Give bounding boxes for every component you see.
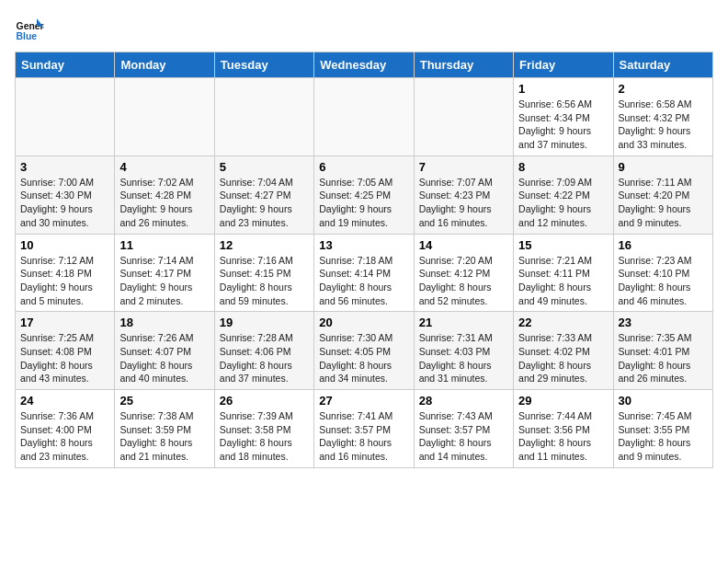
calendar-cell: 6Sunrise: 7:05 AM Sunset: 4:25 PM Daylig…	[314, 155, 414, 234]
day-info: Sunrise: 6:56 AM Sunset: 4:34 PM Dayligh…	[518, 98, 608, 152]
calendar-cell: 28Sunrise: 7:43 AM Sunset: 3:57 PM Dayli…	[414, 390, 513, 468]
calendar-cell: 21Sunrise: 7:31 AM Sunset: 4:03 PM Dayli…	[414, 312, 513, 390]
day-number: 30	[619, 394, 708, 408]
calendar-cell	[214, 78, 313, 156]
day-info: Sunrise: 7:28 AM Sunset: 4:06 PM Dayligh…	[220, 331, 309, 385]
day-number: 2	[619, 82, 708, 96]
logo: General Blue	[15, 15, 48, 44]
day-number: 15	[518, 238, 608, 252]
calendar-cell: 15Sunrise: 7:21 AM Sunset: 4:11 PM Dayli…	[514, 234, 613, 312]
day-number: 22	[518, 316, 608, 329]
day-number: 13	[319, 238, 408, 252]
day-info: Sunrise: 7:00 AM Sunset: 4:30 PM Dayligh…	[20, 176, 109, 230]
day-number: 4	[119, 160, 209, 174]
day-info: Sunrise: 7:16 AM Sunset: 4:15 PM Dayligh…	[220, 254, 309, 308]
column-header-tuesday: Tuesday	[214, 52, 313, 78]
calendar-cell: 5Sunrise: 7:04 AM Sunset: 4:27 PM Daylig…	[214, 155, 313, 234]
day-info: Sunrise: 7:21 AM Sunset: 4:11 PM Dayligh…	[518, 254, 608, 308]
calendar-cell: 29Sunrise: 7:44 AM Sunset: 3:56 PM Dayli…	[514, 390, 613, 468]
day-number: 28	[419, 394, 508, 408]
calendar-cell	[314, 78, 414, 156]
calendar-cell: 7Sunrise: 7:07 AM Sunset: 4:23 PM Daylig…	[414, 155, 513, 234]
day-info: Sunrise: 7:05 AM Sunset: 4:25 PM Dayligh…	[319, 176, 408, 230]
day-number: 25	[119, 394, 209, 408]
day-number: 7	[419, 160, 508, 174]
day-info: Sunrise: 7:07 AM Sunset: 4:23 PM Dayligh…	[419, 176, 508, 230]
logo-icon: General Blue	[15, 15, 44, 44]
day-info: Sunrise: 7:20 AM Sunset: 4:12 PM Dayligh…	[419, 254, 508, 308]
svg-text:Blue: Blue	[17, 31, 38, 41]
day-number: 9	[619, 160, 708, 174]
calendar-cell: 16Sunrise: 7:23 AM Sunset: 4:10 PM Dayli…	[613, 234, 712, 312]
column-header-sunday: Sunday	[16, 52, 115, 78]
day-number: 14	[419, 238, 508, 252]
calendar-cell: 18Sunrise: 7:26 AM Sunset: 4:07 PM Dayli…	[115, 312, 214, 390]
calendar-cell: 12Sunrise: 7:16 AM Sunset: 4:15 PM Dayli…	[214, 234, 313, 312]
day-info: Sunrise: 7:35 AM Sunset: 4:01 PM Dayligh…	[619, 331, 708, 385]
day-number: 29	[518, 394, 608, 408]
day-number: 20	[319, 316, 408, 329]
calendar-cell	[115, 78, 214, 156]
calendar-cell: 1Sunrise: 6:56 AM Sunset: 4:34 PM Daylig…	[514, 78, 613, 156]
calendar-cell	[414, 78, 513, 156]
day-number: 5	[220, 160, 309, 174]
column-header-monday: Monday	[115, 52, 214, 78]
calendar-cell: 17Sunrise: 7:25 AM Sunset: 4:08 PM Dayli…	[16, 312, 115, 390]
calendar-cell: 19Sunrise: 7:28 AM Sunset: 4:06 PM Dayli…	[214, 312, 313, 390]
calendar-table: SundayMondayTuesdayWednesdayThursdayFrid…	[15, 52, 713, 468]
day-info: Sunrise: 7:41 AM Sunset: 3:57 PM Dayligh…	[319, 409, 408, 464]
calendar-cell: 11Sunrise: 7:14 AM Sunset: 4:17 PM Dayli…	[115, 234, 214, 312]
calendar-cell	[16, 78, 115, 156]
page-header: General Blue	[15, 15, 713, 44]
calendar-cell: 25Sunrise: 7:38 AM Sunset: 3:59 PM Dayli…	[115, 390, 214, 468]
day-info: Sunrise: 7:02 AM Sunset: 4:28 PM Dayligh…	[119, 176, 209, 230]
day-number: 27	[319, 394, 408, 408]
column-header-thursday: Thursday	[414, 52, 513, 78]
calendar-cell: 14Sunrise: 7:20 AM Sunset: 4:12 PM Dayli…	[414, 234, 513, 312]
day-number: 17	[20, 316, 109, 329]
day-info: Sunrise: 6:58 AM Sunset: 4:32 PM Dayligh…	[619, 98, 708, 152]
day-number: 26	[220, 394, 309, 408]
calendar-week-2: 3Sunrise: 7:00 AM Sunset: 4:30 PM Daylig…	[16, 155, 713, 234]
day-info: Sunrise: 7:33 AM Sunset: 4:02 PM Dayligh…	[518, 331, 608, 385]
calendar-cell: 26Sunrise: 7:39 AM Sunset: 3:58 PM Dayli…	[214, 390, 313, 468]
calendar-cell: 27Sunrise: 7:41 AM Sunset: 3:57 PM Dayli…	[314, 390, 414, 468]
calendar-cell: 10Sunrise: 7:12 AM Sunset: 4:18 PM Dayli…	[16, 234, 115, 312]
day-number: 19	[220, 316, 309, 329]
calendar-cell: 9Sunrise: 7:11 AM Sunset: 4:20 PM Daylig…	[613, 155, 712, 234]
column-header-saturday: Saturday	[613, 52, 712, 78]
calendar-cell: 23Sunrise: 7:35 AM Sunset: 4:01 PM Dayli…	[613, 312, 712, 390]
day-number: 8	[518, 160, 608, 174]
day-number: 16	[619, 238, 708, 252]
day-info: Sunrise: 7:09 AM Sunset: 4:22 PM Dayligh…	[518, 176, 608, 230]
day-info: Sunrise: 7:11 AM Sunset: 4:20 PM Dayligh…	[619, 176, 708, 230]
day-number: 11	[119, 238, 209, 252]
calendar-week-1: 1Sunrise: 6:56 AM Sunset: 4:34 PM Daylig…	[16, 78, 713, 156]
calendar-week-3: 10Sunrise: 7:12 AM Sunset: 4:18 PM Dayli…	[16, 234, 713, 312]
day-info: Sunrise: 7:14 AM Sunset: 4:17 PM Dayligh…	[119, 254, 209, 308]
calendar-cell: 20Sunrise: 7:30 AM Sunset: 4:05 PM Dayli…	[314, 312, 414, 390]
calendar-cell: 22Sunrise: 7:33 AM Sunset: 4:02 PM Dayli…	[514, 312, 613, 390]
calendar-week-5: 24Sunrise: 7:36 AM Sunset: 4:00 PM Dayli…	[16, 390, 713, 468]
day-number: 24	[20, 394, 109, 408]
calendar-cell: 3Sunrise: 7:00 AM Sunset: 4:30 PM Daylig…	[16, 155, 115, 234]
day-number: 1	[518, 82, 608, 96]
day-info: Sunrise: 7:31 AM Sunset: 4:03 PM Dayligh…	[419, 331, 508, 385]
day-info: Sunrise: 7:38 AM Sunset: 3:59 PM Dayligh…	[119, 409, 209, 464]
day-number: 12	[220, 238, 309, 252]
calendar-header-row: SundayMondayTuesdayWednesdayThursdayFrid…	[16, 52, 713, 78]
day-number: 18	[119, 316, 209, 329]
day-info: Sunrise: 7:26 AM Sunset: 4:07 PM Dayligh…	[119, 331, 209, 385]
calendar-cell: 4Sunrise: 7:02 AM Sunset: 4:28 PM Daylig…	[115, 155, 214, 234]
calendar-week-4: 17Sunrise: 7:25 AM Sunset: 4:08 PM Dayli…	[16, 312, 713, 390]
calendar-cell: 24Sunrise: 7:36 AM Sunset: 4:00 PM Dayli…	[16, 390, 115, 468]
day-number: 3	[20, 160, 109, 174]
day-info: Sunrise: 7:25 AM Sunset: 4:08 PM Dayligh…	[20, 331, 109, 385]
day-number: 10	[20, 238, 109, 252]
calendar-cell: 30Sunrise: 7:45 AM Sunset: 3:55 PM Dayli…	[613, 390, 712, 468]
day-info: Sunrise: 7:04 AM Sunset: 4:27 PM Dayligh…	[220, 176, 309, 230]
calendar-cell: 2Sunrise: 6:58 AM Sunset: 4:32 PM Daylig…	[613, 78, 712, 156]
day-info: Sunrise: 7:12 AM Sunset: 4:18 PM Dayligh…	[20, 254, 109, 308]
day-info: Sunrise: 7:23 AM Sunset: 4:10 PM Dayligh…	[619, 254, 708, 308]
day-info: Sunrise: 7:43 AM Sunset: 3:57 PM Dayligh…	[419, 409, 508, 464]
